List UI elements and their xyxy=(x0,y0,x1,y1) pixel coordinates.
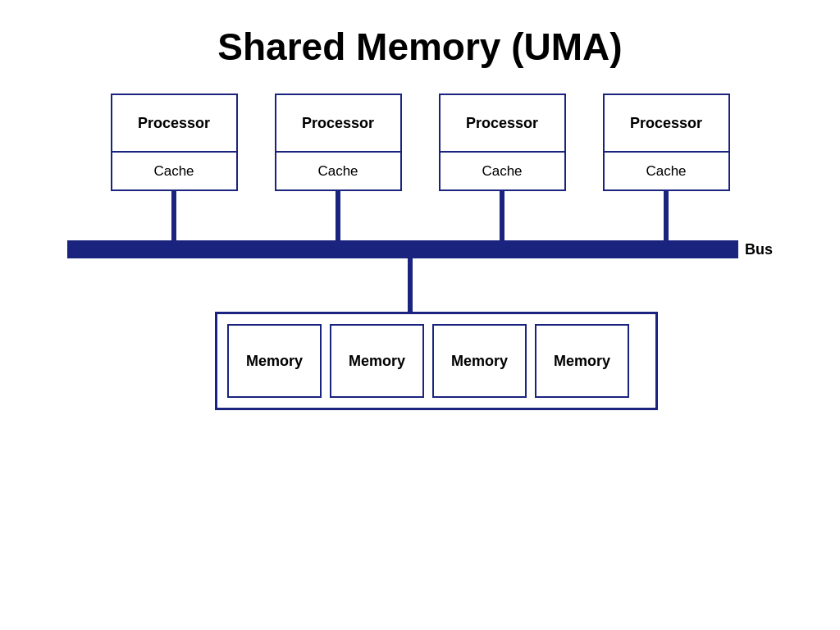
connector-wrapper-1 xyxy=(111,191,238,240)
bus-to-memory-connector xyxy=(408,258,413,312)
connector-line-1 xyxy=(171,191,176,240)
connector-line-2 xyxy=(336,191,340,240)
processor-unit-2: Processor Cache xyxy=(275,94,402,191)
connector-line-3 xyxy=(500,191,504,240)
memory-unit-1: Memory xyxy=(227,324,322,398)
diagram-container: Processor Cache Processor Cache Processo… xyxy=(67,94,773,410)
memory-outer: Memory Memory Memory Memory xyxy=(215,312,658,410)
bus-row: Bus xyxy=(67,240,773,258)
processor-label-3: Processor xyxy=(441,95,564,153)
processor-label-2: Processor xyxy=(276,95,400,153)
connector-line-4 xyxy=(664,191,669,240)
page-title: Shared Memory (UMA) xyxy=(217,25,622,69)
connectors-row xyxy=(92,191,748,240)
memory-unit-4: Memory xyxy=(535,324,629,398)
bus-label: Bus xyxy=(745,241,773,258)
cache-label-3: Cache xyxy=(441,153,564,189)
connector-wrapper-2 xyxy=(275,191,402,240)
processor-unit-1: Processor Cache xyxy=(111,94,238,191)
processor-unit-3: Processor Cache xyxy=(439,94,566,191)
cache-label-4: Cache xyxy=(605,153,728,189)
processors-row: Processor Cache Processor Cache Processo… xyxy=(92,94,748,191)
cache-label-2: Cache xyxy=(276,153,400,189)
bus-line xyxy=(67,240,738,258)
processor-label-4: Processor xyxy=(605,95,728,153)
connector-wrapper-4 xyxy=(603,191,730,240)
memory-unit-3: Memory xyxy=(432,324,527,398)
connector-wrapper-3 xyxy=(439,191,566,240)
cache-label-1: Cache xyxy=(112,153,236,189)
processor-unit-4: Processor Cache xyxy=(603,94,730,191)
processor-label-1: Processor xyxy=(112,95,236,153)
memory-unit-2: Memory xyxy=(330,324,424,398)
